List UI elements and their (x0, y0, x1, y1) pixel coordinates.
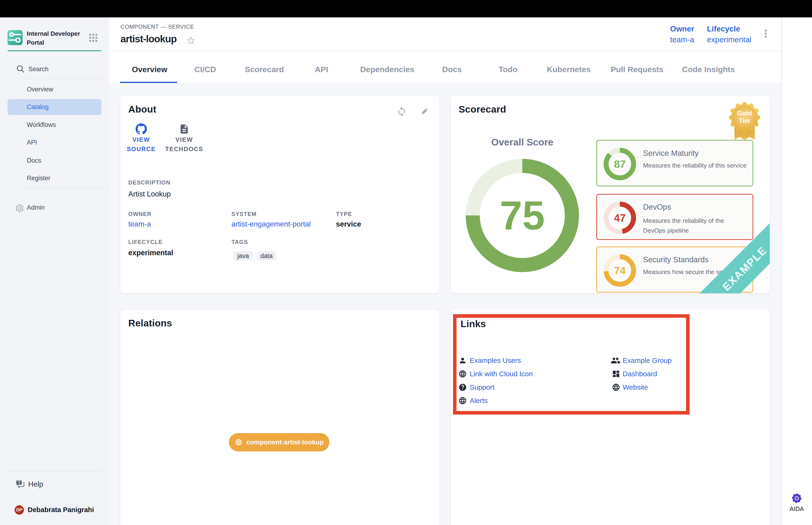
svg-text:Tier: Tier (739, 117, 751, 124)
svg-text:Gold: Gold (737, 109, 752, 117)
svg-text:?: ? (18, 481, 20, 484)
